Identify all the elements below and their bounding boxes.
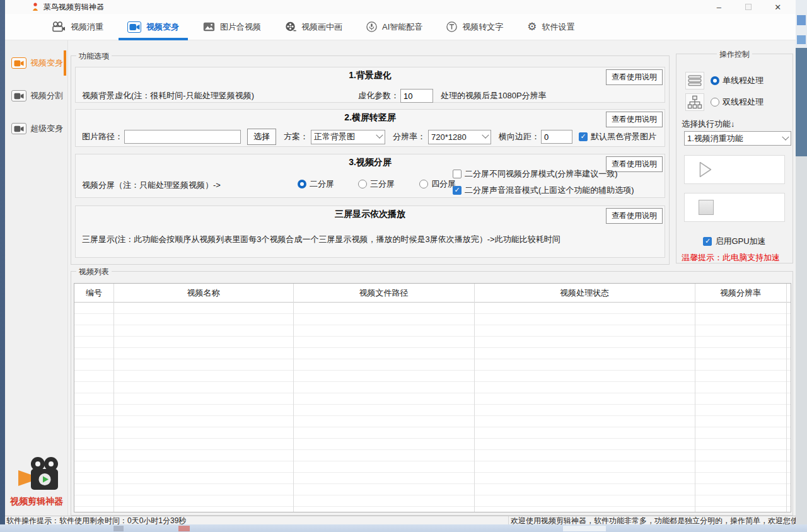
image-path-input[interactable] xyxy=(124,130,241,144)
tab-label: 视频转文字 xyxy=(462,21,503,33)
radio-four-split[interactable]: 四分屏 xyxy=(419,178,456,190)
group-label: 功能选项 xyxy=(76,51,112,62)
stop-button[interactable] xyxy=(684,193,785,222)
help-button[interactable]: 查看使用说明 xyxy=(606,112,663,127)
function-select-value: 1.视频消重功能 xyxy=(687,133,743,144)
scheme-select[interactable]: 正常背景图 xyxy=(311,130,385,144)
choose-file-button[interactable]: 选择 xyxy=(247,129,276,145)
section-title: 1.背景虚化 xyxy=(76,70,665,81)
table-body-empty[interactable] xyxy=(74,303,791,512)
resolution-select[interactable]: 720*1280 xyxy=(428,130,491,144)
audio-mix-mode-checkbox[interactable] xyxy=(453,186,462,195)
tab-video-pip[interactable]: 视频画中画 xyxy=(285,14,342,40)
taskbar-icon[interactable] xyxy=(563,526,606,531)
different-video-mode-option[interactable]: 二分屏不同视频分屏模式(分辨率建议一致) xyxy=(453,168,618,180)
video-camera-icon xyxy=(11,90,26,101)
radio-icon[interactable] xyxy=(419,180,428,188)
app-window: 菜鸟视频剪辑神器 – ✕ 视频消重 视频变身 xyxy=(5,0,796,524)
column-divider xyxy=(474,284,475,512)
tab-label: 视频变身 xyxy=(146,21,179,33)
audio-mix-mode-option[interactable]: 二分屏声音混音模式(上面这个功能的辅助选项) xyxy=(453,185,634,196)
different-video-mode-checkbox[interactable] xyxy=(453,170,462,178)
radio-icon[interactable] xyxy=(298,180,306,188)
taskbar[interactable] xyxy=(0,524,807,532)
help-button[interactable]: 查看使用说明 xyxy=(606,69,663,85)
function-options-group: 功能选项 1.背景虚化 查看使用说明 视频背景虚化(注：很耗时间-只能处理竖频视… xyxy=(71,55,670,265)
single-thread-option[interactable]: 单线程处理 xyxy=(711,75,763,86)
background-chip xyxy=(797,35,806,44)
minimize-button[interactable]: – xyxy=(709,3,728,12)
gpu-tip-text: 温馨提示：此电脑支持加速 xyxy=(682,252,780,263)
splitscreen-description: 视频分屏（注：只能处理竖频视频）-> xyxy=(82,180,221,191)
play-icon xyxy=(695,159,715,180)
radio-three-split[interactable]: 三分屏 xyxy=(358,178,395,190)
app-logo: 视频剪辑神器 xyxy=(5,456,68,507)
column-divider xyxy=(695,284,695,512)
taskbar-icon[interactable] xyxy=(113,526,124,531)
status-bar: 软件操作提示：软件使用剩余时间：0天0小时1分39秒 欢迎使用视频剪辑神器，软件… xyxy=(5,516,796,524)
blur-description: 视频背景虚化(注：很耗时间-只能处理竖频视频) xyxy=(82,90,290,101)
section-background-blur: 1.背景虚化 查看使用说明 视频背景虚化(注：很耗时间-只能处理竖频视频) 虚化… xyxy=(75,67,665,103)
tab-video-transform[interactable]: 视频变身 xyxy=(127,14,179,40)
start-button[interactable] xyxy=(684,155,785,184)
section-title: 3.视频分屏 xyxy=(76,157,665,168)
radio-icon[interactable] xyxy=(711,76,719,85)
section-triple-screen: 三屏显示依次播放 查看使用说明 三屏显示(注：此功能会按顺序从视频列表里面每3个… xyxy=(75,205,665,258)
help-button[interactable]: 查看使用说明 xyxy=(606,208,663,224)
section-title: 2.横屏转竖屏 xyxy=(76,112,665,124)
layers-icon xyxy=(685,72,704,90)
column-header-status: 视频处理状态 xyxy=(474,284,695,302)
triple-screen-description: 三屏显示(注：此功能会按顺序从视频列表里面每3个视频合成一个三屏显示视频，播放的… xyxy=(82,234,560,245)
radio-two-split[interactable]: 二分屏 xyxy=(298,178,334,190)
gpu-acceleration-checkbox[interactable] xyxy=(703,237,712,246)
sidebar: 视频变身 视频分割 超级变身 视频剪辑神器 xyxy=(5,40,68,518)
video-table[interactable]: 编号 视频名称 视频文件路径 视频处理状态 视频分辨率 xyxy=(74,283,791,512)
status-right-text: 欢迎使用视频剪辑神器，软件功能非常多，功能都是独立分明的，操作简单，欢迎您使 xyxy=(511,517,796,524)
tab-label: 视频消重 xyxy=(71,21,103,33)
black-background-checkbox[interactable] xyxy=(579,132,588,141)
scheme-label: 方案： xyxy=(284,131,308,142)
background-window-mid xyxy=(796,48,807,156)
stop-icon xyxy=(699,200,714,215)
blur-param-label: 虚化参数： xyxy=(358,90,399,101)
chevron-down-icon xyxy=(376,132,383,139)
video-camera-icon xyxy=(11,123,26,134)
tab-video-dedup[interactable]: 视频消重 xyxy=(50,14,103,40)
text-t-icon xyxy=(446,21,457,32)
scheme-value: 正常背景图 xyxy=(314,131,355,142)
group-label: 视频列表 xyxy=(76,267,112,277)
chevron-down-icon xyxy=(782,133,789,140)
title-bar: 菜鸟视频剪辑神器 – ✕ xyxy=(5,0,796,14)
tab-video-to-text[interactable]: 视频转文字 xyxy=(446,14,503,40)
app-logo-icon xyxy=(32,3,39,11)
tab-settings[interactable]: ⚙ 软件设置 xyxy=(527,14,574,40)
column-header-name: 视频名称 xyxy=(113,284,293,302)
column-header-id: 编号 xyxy=(74,284,113,302)
margin-input[interactable] xyxy=(541,130,572,144)
double-thread-option[interactable]: 双线程处理 xyxy=(711,96,763,108)
function-select[interactable]: 1.视频消重功能 xyxy=(684,131,791,146)
movie-camera-logo-icon xyxy=(13,456,61,493)
close-button[interactable]: ✕ xyxy=(769,3,787,12)
checkbox-label: 二分屏声音混音模式(上面这个功能的辅助选项) xyxy=(465,185,634,196)
tab-ai-dubbing[interactable]: AI智能配音 xyxy=(366,14,422,40)
status-divider xyxy=(508,516,509,524)
top-tab-bar: 视频消重 视频变身 图片合视频 xyxy=(5,14,796,40)
taskbar-icon[interactable] xyxy=(178,526,190,531)
sidebar-item-video-transform[interactable]: 视频变身 xyxy=(5,52,67,74)
tab-label: 软件设置 xyxy=(542,21,575,33)
radio-icon[interactable] xyxy=(711,98,719,107)
maximize-button[interactable] xyxy=(745,4,752,10)
tab-label: AI智能配音 xyxy=(382,21,422,33)
sidebar-item-video-split[interactable]: 视频分割 xyxy=(5,84,67,107)
tab-picture-to-video[interactable]: 图片合视频 xyxy=(203,14,261,40)
sidebar-item-super-transform[interactable]: 超级变身 xyxy=(5,117,67,140)
radio-icon[interactable] xyxy=(358,180,367,188)
black-background-label: 默认黑色背景图片 xyxy=(591,131,656,142)
sidebar-item-label: 视频变身 xyxy=(30,57,63,69)
radio-label: 二分屏 xyxy=(310,178,334,190)
microphone-icon xyxy=(366,21,377,32)
column-header-spacer xyxy=(786,284,791,302)
blur-param-input[interactable] xyxy=(400,89,433,103)
gpu-acceleration-option[interactable]: 启用GPU加速 xyxy=(703,236,765,247)
